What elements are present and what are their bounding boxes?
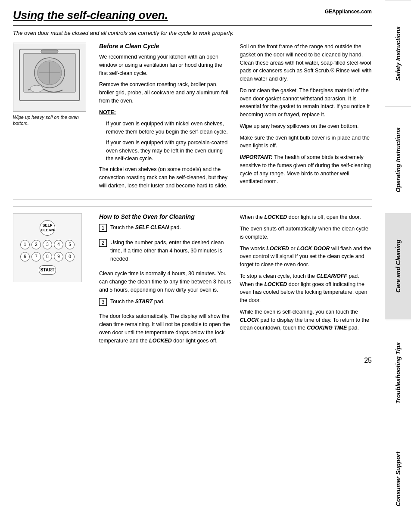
self-clean-button-area: SELFCLEAN [18, 219, 77, 236]
keypad-inner: SELFCLEAN 1 2 3 4 5 6 7 8 [18, 219, 77, 277]
lock-door-ref: LOCK DOOR [297, 246, 330, 252]
locked-ref3: LOCKED [264, 281, 287, 287]
before-clean-right: Soil on the front frame of the range and… [240, 43, 372, 193]
svg-rect-6 [41, 50, 58, 53]
keypad-2[interactable]: 2 [31, 240, 41, 249]
right-para2: Do not clean the gasket. The fiberglass … [240, 87, 372, 119]
bottom-right-content: How to Set the Oven for Cleaning 1 Touch… [99, 213, 372, 348]
before-clean-para3: The nickel oven shelves (on some models)… [99, 165, 231, 190]
step-2-number: 2 [99, 239, 107, 247]
step-3-text: Touch the START pad. [110, 298, 165, 306]
page-title: Using the self-cleaning oven. [13, 9, 168, 22]
note1-text: If your oven is equipped with nickel ove… [106, 120, 231, 136]
keypad-8[interactable]: 8 [43, 252, 52, 261]
clean-time-para: Clean cycle time is normally 4 hours, 30… [99, 270, 231, 294]
keypad-area: SELFCLEAN 1 2 3 4 5 6 7 8 [13, 213, 90, 348]
page-container: Using the self-cleaning oven. GEApplianc… [0, 0, 411, 532]
clock-ref: CLOCK [240, 317, 259, 323]
oven-illustration [13, 43, 86, 112]
sidebar-troubleshooting: Troubleshooting Tips [385, 320, 411, 426]
step-3: 3 Touch the START pad. [99, 298, 231, 309]
keypad-3[interactable]: 3 [43, 240, 52, 249]
main-content: Using the self-cleaning oven. GEApplianc… [0, 0, 385, 532]
before-clean-para2: Remove the convection roasting rack, bro… [99, 81, 231, 105]
stop-clean-cycle: To stop a clean cycle, touch the CLEAR/O… [240, 272, 372, 305]
step-2: 2 Using the number pads, enter the desir… [99, 239, 231, 266]
left-image-area: Wipe up heavy soil on the oven bottom. [13, 43, 90, 193]
keypad-illustration: SELFCLEAN 1 2 3 4 5 6 7 8 [13, 213, 82, 282]
locked-ref2: LOCKED [264, 214, 287, 220]
locked-door-open: When the LOCKED door light is off, open … [240, 213, 372, 221]
note2-text: If your oven is equipped with gray porce… [106, 139, 231, 163]
right-para4: Make sure the oven light bulb cover is i… [240, 134, 372, 150]
keypad-row1: 1 2 3 4 5 [18, 239, 77, 250]
section-divider [13, 206, 372, 207]
self-clean-ref: SELF CLEAN [135, 224, 169, 230]
sidebar-consumer-support: Consumer Support [385, 426, 411, 532]
instructions-left: How to Set the Oven for Cleaning 1 Touch… [99, 213, 231, 348]
right-content: Before a Clean Cycle We recommend ventin… [99, 43, 372, 193]
locked-or-lock-door: The words LOCKED or LOCK DOOR will flash… [240, 245, 372, 269]
keypad-0[interactable]: 0 [65, 252, 75, 261]
page-header: Using the self-cleaning oven. GEApplianc… [13, 9, 372, 26]
how-to-set-heading: How to Set the Oven for Cleaning [99, 213, 231, 220]
image-caption: Wipe up heavy soil on the oven bottom. [13, 114, 90, 127]
keypad-start-btn[interactable]: START [39, 265, 56, 275]
page-number: 25 [13, 357, 372, 364]
step-3-number: 3 [99, 298, 107, 306]
clear-off-ref: CLEAR/OFF [316, 273, 347, 279]
instructions-right: When the LOCKED door light is off, open … [240, 213, 372, 348]
note-section: NOTE: [99, 109, 231, 117]
before-clean-para1: We recommend venting your kitchen with a… [99, 53, 231, 77]
keypad-4[interactable]: 4 [54, 240, 63, 249]
locked-word-ref: LOCKED [266, 246, 289, 252]
before-clean-heading: Before a Clean Cycle [99, 43, 231, 50]
door-locks-para: The door locks automatically. The displa… [99, 312, 231, 345]
step-1: 1 Touch the SELF CLEAN pad. [99, 224, 231, 235]
self-clean-keypad-btn[interactable]: SELFCLEAN [40, 220, 55, 236]
sidebar-safety: Safety Instructions [385, 0, 411, 106]
keypad-5[interactable]: 5 [65, 240, 75, 249]
keypad-6[interactable]: 6 [20, 252, 30, 261]
oven-shuts-off: The oven shuts off automatically when th… [240, 225, 372, 241]
top-section: Wipe up heavy soil on the oven bottom. B… [13, 43, 372, 200]
cooking-time-ref: COOKING TIME [307, 325, 347, 331]
sidebar: Safety Instructions Operating Instructio… [385, 0, 411, 532]
sidebar-operating: Operating Instructions [385, 106, 411, 213]
locked-ref: LOCKED [149, 338, 172, 344]
ge-website: GEAppliances.com [325, 9, 372, 15]
page-subtitle: The oven door must be closed and all con… [13, 30, 372, 36]
right-para5: IMPORTANT: The health of some birds is e… [240, 153, 372, 186]
before-clean-left: Before a Clean Cycle We recommend ventin… [99, 43, 231, 193]
note-label: NOTE: [99, 109, 231, 117]
keypad-row2: 6 7 8 9 0 [18, 251, 77, 262]
keypad-7[interactable]: 7 [31, 252, 41, 261]
start-ref: START [135, 299, 153, 305]
right-para3: Wipe up any heavy spillovers on the oven… [240, 122, 372, 131]
important-label: IMPORTANT: [240, 154, 273, 160]
right-para1: Soil on the front frame of the range and… [240, 43, 372, 83]
keypad-9[interactable]: 9 [54, 252, 63, 261]
keypad-start-row: START [18, 263, 77, 276]
step-1-text: Touch the SELF CLEAN pad. [110, 224, 181, 232]
step-1-number: 1 [99, 224, 107, 232]
door-locks-text2: door light goes off. [172, 338, 218, 344]
step-2-text: Using the number pads, enter the desired… [110, 239, 231, 263]
bottom-section: SELFCLEAN 1 2 3 4 5 6 7 8 [13, 213, 372, 348]
svg-point-7 [30, 85, 43, 92]
keypad-1[interactable]: 1 [20, 240, 30, 249]
sidebar-care-cleaning: Care and Cleaning [385, 213, 411, 319]
while-self-cleaning: While the oven is self-cleaning, you can… [240, 308, 372, 332]
